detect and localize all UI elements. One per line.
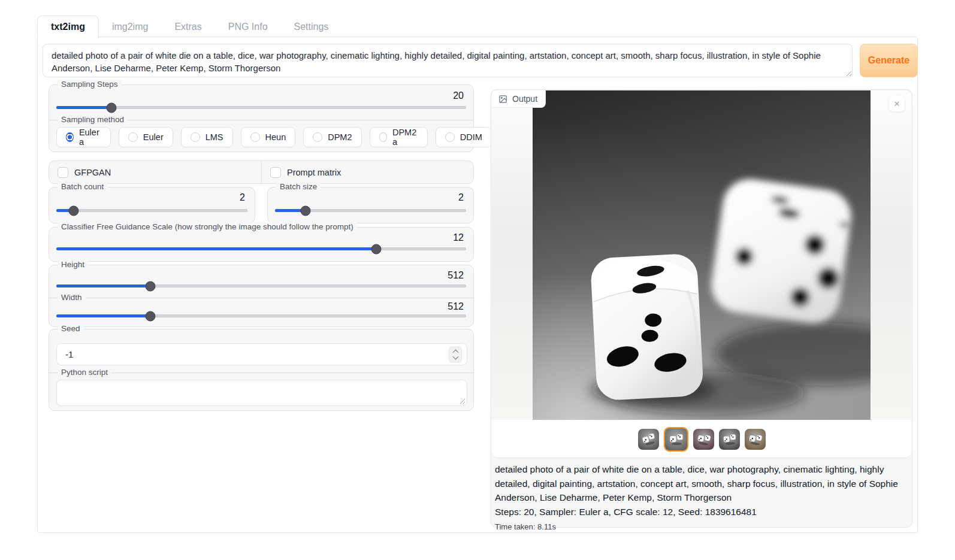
gallery-thumbnail-5[interactable] <box>745 429 766 450</box>
python-script-input[interactable] <box>56 380 467 406</box>
python-script-divider: Python script <box>49 373 473 373</box>
resize-handle-icon[interactable] <box>458 396 465 404</box>
seed-label: Seed <box>58 324 84 333</box>
prompt-input[interactable]: detailed photo of a pair of white die on… <box>43 44 853 77</box>
slider-knob[interactable] <box>107 102 117 113</box>
height-slider[interactable] <box>56 284 466 287</box>
python-script-label: Python script <box>58 368 111 377</box>
gallery-thumbnail-3[interactable] <box>693 429 714 450</box>
gfpgan-option[interactable]: GFPGAN <box>49 161 262 183</box>
sampler-option-label: LMS <box>205 132 223 142</box>
sampling-method-label: Sampling method <box>58 115 128 124</box>
gallery-thumbnail-2-selected[interactable] <box>664 427 688 452</box>
width-value: 512 <box>448 301 464 312</box>
slider-knob[interactable] <box>301 205 311 216</box>
output-label: Output <box>512 94 537 104</box>
gallery-thumbnail-4[interactable] <box>719 429 740 450</box>
sampling-group: Sampling Steps 20 Sampling method Euler … <box>49 84 474 152</box>
gallery-thumbnail-1[interactable] <box>638 429 659 450</box>
slider-fill <box>56 247 376 250</box>
sampler-option-ddim[interactable]: DDIM <box>436 127 492 147</box>
sampler-option-label: DPM2 <box>328 132 352 142</box>
sampler-option-label: Euler a <box>79 128 101 147</box>
sampling-method-divider: Sampling method <box>49 120 473 120</box>
generated-image[interactable] <box>533 90 871 420</box>
width-divider: Width <box>49 298 473 298</box>
image-icon <box>498 95 507 104</box>
batch-count-value: 2 <box>240 192 245 203</box>
batch-count-label: Batch count <box>58 182 107 191</box>
sampler-option-euler-a[interactable]: Euler a <box>56 127 111 147</box>
tab-txt2img[interactable]: txt2img <box>37 16 99 38</box>
spinner-down-icon[interactable] <box>452 353 458 359</box>
batch-size-group: Batch size 2 <box>267 187 474 223</box>
gfpgan-checkbox[interactable] <box>58 167 68 178</box>
sampling-steps-slider[interactable] <box>56 106 466 109</box>
sampling-method-options: Euler aEulerLMSHeunDPM2DPM2 aDDIMPLMS <box>56 127 466 147</box>
batch-size-value: 2 <box>458 192 464 203</box>
tab-extras[interactable]: Extras <box>161 16 214 38</box>
caption-time-taken: Time taken: 8.11s <box>495 520 909 534</box>
slider-fill <box>56 314 150 317</box>
tab-settings[interactable]: Settings <box>281 16 342 38</box>
tab-img2img[interactable]: img2img <box>99 16 161 38</box>
sampler-option-euler[interactable]: Euler <box>119 127 173 147</box>
cfg-scale-group: Classifier Free Guidance Scale (how stro… <box>49 227 474 262</box>
sampler-option-label: Euler <box>143 132 164 142</box>
prompt-matrix-option[interactable]: Prompt matrix <box>262 161 473 183</box>
slider-knob[interactable] <box>146 311 156 321</box>
sampler-option-label: DPM2 a <box>392 128 418 147</box>
sampler-option-label: DDIM <box>460 132 482 142</box>
sampler-option-label: Heun <box>265 132 286 142</box>
prompt-matrix-checkbox[interactable] <box>270 167 281 178</box>
radio-icon[interactable] <box>66 132 74 142</box>
seed-value: -1 <box>65 349 73 359</box>
sampler-option-heun[interactable]: Heun <box>241 127 296 147</box>
seed-script-group: Seed -1 Python script <box>49 329 474 411</box>
output-caption: detailed photo of a pair of white die on… <box>495 462 909 534</box>
height-value: 512 <box>448 270 464 281</box>
radio-icon[interactable] <box>313 132 322 142</box>
sampler-option-lms[interactable]: LMS <box>181 127 233 147</box>
radio-icon[interactable] <box>379 132 387 142</box>
sampling-steps-value: 20 <box>453 90 464 101</box>
width-slider[interactable] <box>56 314 466 317</box>
slider-fill <box>56 106 111 109</box>
radio-icon[interactable] <box>445 132 455 142</box>
main-container: detailed photo of a pair of white die on… <box>37 37 918 533</box>
cfg-scale-label: Classifier Free Guidance Scale (how stro… <box>58 222 357 231</box>
generate-button[interactable]: Generate <box>860 44 918 77</box>
output-panel: Output ✕ detailed photo of a pair of whi… <box>491 89 912 528</box>
output-image-card <box>492 90 911 458</box>
radio-icon[interactable] <box>191 132 200 142</box>
dimensions-group: Height 512 Width 512 <box>49 265 474 327</box>
close-icon[interactable]: ✕ <box>889 96 905 111</box>
seed-input[interactable]: -1 <box>56 343 467 365</box>
batch-count-slider[interactable] <box>56 209 247 212</box>
output-header: Output <box>492 90 546 108</box>
tab-png-info[interactable]: PNG Info <box>215 16 281 38</box>
caption-prompt: detailed photo of a pair of white die on… <box>495 462 909 505</box>
slider-knob[interactable] <box>68 205 78 216</box>
width-label: Width <box>58 293 86 302</box>
cfg-scale-value: 12 <box>453 232 464 243</box>
tab-bar: txt2imgimg2imgExtrasPNG InfoSettings <box>37 16 341 38</box>
caption-params: Steps: 20, Sampler: Euler a, CFG scale: … <box>495 505 909 519</box>
cfg-scale-slider[interactable] <box>56 247 466 250</box>
height-label: Height <box>58 260 88 269</box>
seed-spinner[interactable] <box>449 346 462 362</box>
gallery-thumbnails <box>492 425 911 453</box>
radio-icon[interactable] <box>250 132 260 142</box>
radio-icon[interactable] <box>128 132 138 142</box>
batch-size-label: Batch size <box>276 182 321 191</box>
batch-count-group: Batch count 2 <box>49 187 255 223</box>
sampler-option-dpm2[interactable]: DPM2 <box>303 127 361 147</box>
image-left-margin <box>492 90 533 420</box>
slider-knob[interactable] <box>371 244 381 254</box>
slider-knob[interactable] <box>146 281 156 291</box>
app: txt2imgimg2imgExtrasPNG InfoSettings det… <box>0 0 955 560</box>
batch-size-slider[interactable] <box>275 209 466 212</box>
prompt-matrix-label: Prompt matrix <box>287 168 341 177</box>
image-right-margin <box>871 90 911 420</box>
sampler-option-dpm2-a[interactable]: DPM2 a <box>370 127 428 147</box>
